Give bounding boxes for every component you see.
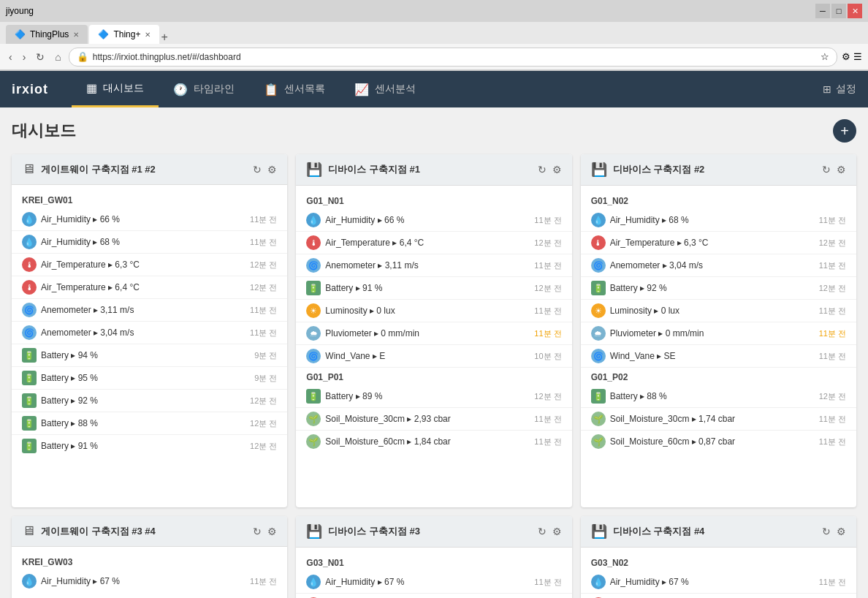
sensor-air-humidity-1[interactable]: 💧 Air_Humidity ▸ 66 % 11분 전	[12, 208, 287, 231]
card-body-device2: G01_N02 💧 Air_Humidity ▸ 68 % 11분 전 🌡 Ai…	[581, 186, 856, 507]
d1-temp[interactable]: 🌡 Air_Temperature ▸ 6,4 °C 12분 전	[296, 232, 571, 254]
sensor-anemometer-1[interactable]: 🌀 Anemometer ▸ 3,11 m/s 11분 전	[12, 299, 287, 322]
minimize-button[interactable]: ─	[815, 4, 830, 18]
sensor-name-2: Air_Humidity ▸ 68 %	[41, 237, 245, 247]
section-header-g01n01: G01_N01	[296, 192, 571, 209]
d2-p02-battery[interactable]: 🔋 Battery ▸ 88 % 12분 전	[581, 385, 856, 408]
card-gateway-3-4: 🖥 게이트웨이 구축지점 #3 #4 ↻ ⚙ KREI_GW03 💧 Air_H…	[12, 516, 287, 598]
card-header-device1: 💾 디바이스 구축지점 #1 ↻ ⚙	[296, 154, 571, 186]
d2-humidity-name: Air_Humidity ▸ 68 %	[610, 215, 815, 225]
sensor-battery-1[interactable]: 🔋 Battery ▸ 94 % 9분 전	[12, 344, 287, 367]
sensor-battery-4[interactable]: 🔋 Battery ▸ 88 % 12분 전	[12, 412, 287, 435]
nav-item-dashboard[interactable]: ▦ 대시보드	[72, 71, 159, 107]
d2-soil30[interactable]: 🌱 Soil_Moisture_30cm ▸ 1,74 cbar 11분 전	[581, 408, 856, 431]
d1-soil60[interactable]: 🌱 Soil_Moisture_60cm ▸ 1,84 cbar 11분 전	[296, 431, 571, 453]
d1-battery[interactable]: 🔋 Battery ▸ 91 % 12분 전	[296, 277, 571, 300]
card-settings-button-gateway[interactable]: ⚙	[267, 164, 277, 175]
star-icon[interactable]: ☆	[821, 51, 829, 62]
sensor-air-humidity-2[interactable]: 💧 Air_Humidity ▸ 68 % 11분 전	[12, 231, 287, 254]
url-box[interactable]: 🔒 https://irxiot.thingplus.net/#/dashboa…	[69, 48, 837, 67]
card-settings-button-device3[interactable]: ⚙	[552, 526, 562, 537]
d1-p01-battery-icon: 🔋	[306, 389, 321, 404]
device2-icon: 💾	[591, 162, 607, 178]
d2-humidity[interactable]: 💧 Air_Humidity ▸ 68 % 11분 전	[581, 209, 856, 232]
nav-item-sensors[interactable]: 📋 센서목록	[249, 71, 340, 107]
sensor-name-3: Air_Temperature ▸ 6,3 °C	[41, 260, 245, 270]
forward-button[interactable]: ›	[20, 50, 29, 64]
d2-soil60[interactable]: 🌱 Soil_Moisture_60cm ▸ 0,87 cbar 11분 전	[581, 431, 856, 453]
d2-battery[interactable]: 🔋 Battery ▸ 92 % 12분 전	[581, 277, 856, 300]
home-button[interactable]: ⌂	[52, 50, 64, 64]
tab-favicon: 🔷	[15, 29, 26, 39]
b3-humidity[interactable]: 💧 Air_Humidity ▸ 67 % 11분 전	[581, 571, 856, 594]
card-settings-button-device2[interactable]: ⚙	[837, 164, 846, 175]
sensor-battery-5[interactable]: 🔋 Battery ▸ 91 % 12분 전	[12, 435, 287, 457]
add-dashboard-button[interactable]: +	[833, 119, 856, 143]
d2-battery-name: Battery ▸ 92 %	[610, 283, 815, 293]
back-button[interactable]: ‹	[6, 50, 15, 64]
card-settings-button-gateway34[interactable]: ⚙	[267, 526, 277, 537]
reload-button[interactable]: ↻	[33, 50, 47, 64]
b1-humidity[interactable]: 💧 Air_Humidity ▸ 67 % 11분 전	[12, 570, 287, 592]
card-refresh-button-gateway[interactable]: ↻	[253, 164, 262, 175]
d2-soil30-name: Soil_Moisture_30cm ▸ 1,74 cbar	[610, 414, 815, 424]
card-refresh-button-device3[interactable]: ↻	[538, 526, 547, 537]
d2-pluviometer[interactable]: 🌧 Pluviometer ▸ 0 mm/min 11분 전	[581, 322, 856, 345]
card-body-device4: G03_N02 💧 Air_Humidity ▸ 67 % 11분 전 🌡 Ai…	[581, 548, 856, 598]
nav-settings[interactable]: ⊞ 설정	[823, 83, 856, 96]
b3-temp[interactable]: 🌡 Air_Temperature ▸ 6,6 °C 12분 전	[581, 594, 856, 598]
d2-windvane[interactable]: 🌀 Wind_Vane ▸ SE 11분 전	[581, 345, 856, 368]
maximize-button[interactable]: □	[831, 4, 846, 18]
tab-bar: 🔷 ThingPlus ✕ 🔷 Thing+ ✕ +	[0, 22, 868, 44]
b2-humidity[interactable]: 💧 Air_Humidity ▸ 67 % 11분 전	[296, 571, 571, 594]
d2-temp[interactable]: 🌡 Air_Temperature ▸ 6,3 °C 12분 전	[581, 232, 856, 254]
card-device-2: 💾 디바이스 구축지점 #2 ↻ ⚙ G01_N02 💧 Air_Humidit…	[581, 154, 856, 507]
card-refresh-button-device4[interactable]: ↻	[822, 526, 831, 537]
sensor-air-temp-2[interactable]: 🌡 Air_Temperature ▸ 6,4 °C 12분 전	[12, 276, 287, 299]
section-header-g03n02: G03_N02	[581, 553, 856, 571]
card-body-device3: G03_N01 💧 Air_Humidity ▸ 67 % 11분 전 🌡 Ai…	[296, 548, 571, 598]
d1-anemometer[interactable]: 🌀 Anemometer ▸ 3,11 m/s 11분 전	[296, 254, 571, 277]
sensor-anemometer-2[interactable]: 🌀 Anemometer ▸ 3,04 m/s 11분 전	[12, 322, 287, 344]
sensors-icon: 📋	[264, 83, 278, 96]
url-icons: ☆	[821, 51, 829, 62]
menu-icon[interactable]: ☰	[853, 51, 862, 62]
card-refresh-button-device1[interactable]: ↻	[538, 164, 547, 175]
d1-p01-battery[interactable]: 🔋 Battery ▸ 89 % 12분 전	[296, 385, 571, 408]
dashboard-header: 대시보드 +	[12, 119, 856, 143]
sensor-name-4: Air_Temperature ▸ 6,4 °C	[41, 282, 245, 292]
extensions-icon[interactable]: ⚙	[842, 51, 850, 62]
d1-humidity[interactable]: 💧 Air_Humidity ▸ 66 % 11분 전	[296, 209, 571, 232]
d1-temp-time: 12분 전	[534, 238, 561, 249]
sensor-time-1: 11분 전	[250, 214, 277, 225]
d2-battery-time: 12분 전	[819, 283, 846, 294]
nav-item-timeline[interactable]: 🕐 타임라인	[159, 71, 249, 107]
card-settings-button-device1[interactable]: ⚙	[552, 164, 562, 175]
sensor-battery-2[interactable]: 🔋 Battery ▸ 95 % 9분 전	[12, 367, 287, 390]
card-refresh-button-device2[interactable]: ↻	[822, 164, 831, 175]
tab-thingplus[interactable]: 🔷 ThingPlus ✕	[6, 25, 88, 44]
tab-thing-active[interactable]: 🔷 Thing+ ✕	[89, 25, 159, 44]
tab-close-active-button[interactable]: ✕	[145, 31, 151, 39]
card-settings-button-device4[interactable]: ⚙	[837, 526, 846, 537]
d1-pluviometer[interactable]: 🌧 Pluviometer ▸ 0 mm/min 11분 전	[296, 322, 571, 345]
d2-luminosity[interactable]: ☀ Luminosity ▸ 0 lux 11분 전	[581, 300, 856, 322]
d1-luminosity[interactable]: ☀ Luminosity ▸ 0 lux 11분 전	[296, 300, 571, 322]
d2-anemometer-name: Anemometer ▸ 3,04 m/s	[610, 260, 815, 270]
tab-close-button[interactable]: ✕	[73, 31, 79, 39]
b1-humidity-name: Air_Humidity ▸ 67 %	[41, 576, 245, 586]
nav-item-analysis[interactable]: 📈 센서분석	[340, 71, 430, 107]
battery-icon-5: 🔋	[22, 439, 37, 453]
card-refresh-button-gateway34[interactable]: ↻	[253, 526, 262, 537]
sensor-name-9: Battery ▸ 92 %	[41, 395, 245, 406]
d2-anemometer[interactable]: 🌀 Anemometer ▸ 3,04 m/s 11분 전	[581, 254, 856, 277]
sensor-battery-3[interactable]: 🔋 Battery ▸ 92 % 12분 전	[12, 390, 287, 412]
new-tab-button[interactable]: +	[161, 31, 167, 44]
battery-icon-2: 🔋	[22, 371, 37, 385]
d2-windvane-time: 11분 전	[819, 351, 846, 362]
sensor-air-temp-1[interactable]: 🌡 Air_Temperature ▸ 6,3 °C 12분 전	[12, 254, 287, 276]
d1-soil30[interactable]: 🌱 Soil_Moisture_30cm ▸ 2,93 cbar 11분 전	[296, 408, 571, 431]
b2-temp[interactable]: 🌡 Air_Temperature ▸ 6,7 °C 11분 전	[296, 594, 571, 598]
close-button[interactable]: ✕	[848, 4, 862, 18]
d1-windvane[interactable]: 🌀 Wind_Vane ▸ E 10분 전	[296, 345, 571, 368]
